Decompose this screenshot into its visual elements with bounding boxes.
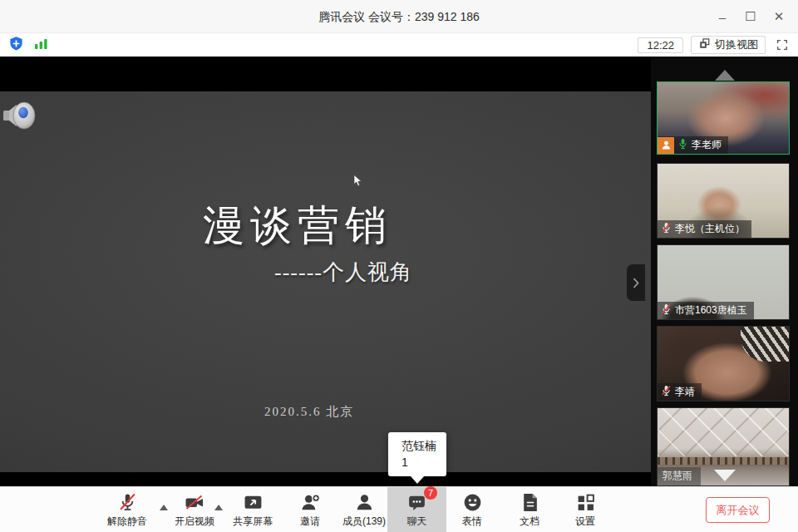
video-thumbnail-li-jing[interactable]: 李靖 <box>657 326 790 401</box>
chat-unread-badge: 7 <box>424 486 437 500</box>
sidebar-collapse-chevron[interactable] <box>627 264 645 301</box>
mic-options-caret[interactable] <box>160 505 168 510</box>
start-video-label: 开启视频 <box>175 515 214 529</box>
chat-popup-message: 1 <box>401 454 440 470</box>
meeting-window: 腾讯会议 会议号：239 912 186 – ☐ ✕ 12:22 切换视图 <box>0 0 798 532</box>
mic-muted-icon <box>661 385 672 399</box>
slide-subtitle: ------个人视角 <box>274 258 412 287</box>
share-screen-button[interactable]: 共享屏幕 <box>225 487 280 532</box>
video-thumbnail-li-yue[interactable]: 李悦（主机位） <box>657 163 790 239</box>
switch-view-label: 切换视图 <box>715 37 758 52</box>
security-shield-icon[interactable] <box>8 36 24 55</box>
invite-label: 邀请 <box>300 515 320 529</box>
start-video-button[interactable]: 开启视频 <box>169 487 220 532</box>
document-icon <box>520 491 539 514</box>
mic-on-icon <box>677 138 688 152</box>
close-button[interactable]: ✕ <box>765 0 793 33</box>
settings-grid-icon <box>576 491 595 514</box>
share-screen-icon <box>243 491 264 514</box>
mouse-cursor-icon <box>353 175 362 190</box>
settings-label: 设置 <box>575 515 595 529</box>
topbar-left <box>8 33 48 57</box>
chat-icon: 7 <box>406 491 427 514</box>
minimize-button[interactable]: – <box>708 0 736 33</box>
video-thumbnail-li-laoshi[interactable]: 李老师 <box>657 81 790 155</box>
emoji-icon <box>462 491 483 514</box>
participants-sidebar: 李老师 李悦（主机位） 市营1603唐植玉 <box>651 57 798 486</box>
host-badge-icon <box>658 137 674 154</box>
mic-muted-icon <box>661 222 672 236</box>
chat-message-popup[interactable]: 范钰楠 1 <box>388 432 446 476</box>
participant-name: 市营1603唐植玉 <box>675 303 747 318</box>
window-title: 腾讯会议 会议号：239 912 186 <box>0 0 798 33</box>
invite-icon <box>300 491 321 514</box>
video-thumbnail-tang-zhiyu[interactable]: 市营1603唐植玉 <box>657 244 790 320</box>
video-options-caret[interactable] <box>214 505 223 510</box>
titlebar: 腾讯会议 会议号：239 912 186 – ☐ ✕ <box>0 0 798 33</box>
scroll-up-icon[interactable] <box>715 70 735 81</box>
slide-audio-speaker-icon <box>2 96 37 138</box>
switch-view-icon <box>698 37 711 52</box>
docs-label: 文档 <box>520 515 539 529</box>
participant-name: 李靖 <box>675 385 695 399</box>
emoji-label: 表情 <box>462 515 482 529</box>
participant-name: 郭慧雨 <box>658 467 701 485</box>
chat-button[interactable]: 7 聊天 <box>387 487 446 532</box>
topbar: 12:22 切换视图 <box>0 33 798 57</box>
participant-name: 李老师 <box>692 138 722 152</box>
participant-name-tag: 李老师 <box>658 136 728 154</box>
share-screen-label: 共享屏幕 <box>233 515 273 529</box>
chat-popup-pointer <box>411 476 424 484</box>
invite-button[interactable]: 邀请 <box>287 487 333 532</box>
unmute-label: 解除静音 <box>107 515 147 529</box>
participant-name-tag: 李靖 <box>658 383 702 401</box>
slide-title: 漫谈营销 <box>203 198 392 254</box>
video-frame-detail <box>658 408 789 456</box>
presentation-slide: 漫谈营销 ------个人视角 2020.5.6 北京 <box>0 91 651 472</box>
maximize-button[interactable]: ☐ <box>736 0 765 33</box>
topbar-right: 12:22 切换视图 <box>638 33 791 57</box>
fullscreen-button[interactable] <box>773 36 791 54</box>
leave-meeting-button[interactable]: 离开会议 <box>706 497 770 523</box>
shared-screen-stage: 漫谈营销 ------个人视角 2020.5.6 北京 <box>0 57 651 486</box>
chat-label: 聊天 <box>407 515 427 529</box>
participant-name-tag: 李悦（主机位） <box>658 220 751 238</box>
video-frame-detail <box>741 327 789 362</box>
network-signal-icon[interactable] <box>34 37 48 53</box>
switch-view-button[interactable]: 切换视图 <box>691 36 766 54</box>
members-button[interactable]: 成员(139) <box>336 487 392 532</box>
mic-muted-icon <box>661 303 672 318</box>
chat-popup-sender: 范钰楠 <box>401 437 440 454</box>
camera-muted-icon <box>184 491 205 514</box>
members-icon <box>354 491 375 514</box>
members-label: 成员(139) <box>342 515 386 529</box>
meeting-timer: 12:22 <box>638 37 683 53</box>
mic-muted-icon <box>117 491 138 514</box>
participant-name: 李悦（主机位） <box>675 222 745 236</box>
participant-name-tag: 市营1603唐植玉 <box>658 302 754 319</box>
settings-button[interactable]: 设置 <box>562 487 608 532</box>
window-controls: – ☐ ✕ <box>708 0 793 33</box>
slide-date: 2020.5.6 北京 <box>264 404 354 420</box>
docs-button[interactable]: 文档 <box>506 487 553 532</box>
video-frame-detail <box>658 457 789 465</box>
unmute-button[interactable]: 解除静音 <box>101 487 153 532</box>
scroll-down-icon[interactable] <box>714 470 736 481</box>
bottom-toolbar: 解除静音 开启视频 共享屏幕 邀请 成员(139) <box>0 486 798 532</box>
emoji-button[interactable]: 表情 <box>449 487 495 532</box>
